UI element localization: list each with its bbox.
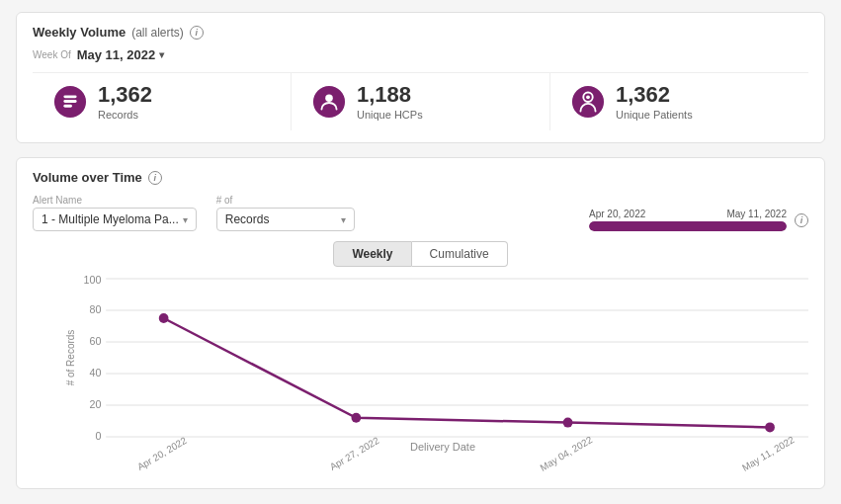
metric-records: 1,362 Records [33, 73, 292, 130]
date-range-container: Apr 20, 2022 May 11, 2022 i [589, 209, 808, 231]
hcps-label: Unique HCPs [357, 109, 423, 121]
svg-text:60: 60 [89, 335, 101, 347]
svg-text:20: 20 [89, 398, 101, 410]
hcp-icon [311, 84, 347, 120]
svg-text:0: 0 [95, 430, 101, 442]
records-value: 1,362 [98, 83, 152, 107]
svg-rect-3 [63, 105, 72, 108]
svg-point-5 [325, 95, 333, 103]
vot-title-text: Volume over Time [33, 170, 142, 185]
svg-text:40: 40 [89, 367, 101, 378]
date-range-top: Apr 20, 2022 May 11, 2022 [589, 209, 787, 219]
main-container: Weekly Volume (all alerts) i Week Of May… [0, 0, 841, 501]
week-selector: Week Of May 11, 2022 ▾ [33, 47, 808, 62]
alert-name-select[interactable]: 1 - Multiple Myeloma Pa... ▾ [33, 208, 197, 231]
date-range-labels: Apr 20, 2022 May 11, 2022 [589, 209, 787, 231]
num-of-chevron-icon: ▾ [341, 214, 346, 225]
metric-unique-hcps: 1,188 Unique HCPs [292, 73, 550, 130]
weekly-volume-title-text: Weekly Volume [33, 25, 126, 40]
chart-svg: 0 20 40 60 80 100 [77, 279, 808, 437]
patient-metric-text: 1,362 Unique Patients [616, 83, 693, 121]
weekly-toggle-btn[interactable]: Weekly [333, 241, 411, 267]
records-metric-text: 1,362 Records [98, 83, 152, 121]
svg-rect-2 [63, 100, 76, 103]
vot-info-icon[interactable]: i [148, 171, 162, 185]
weekly-volume-subtitle: (all alerts) [131, 26, 184, 40]
week-value: May 11, 2022 [77, 47, 156, 62]
alert-name-filter: Alert Name 1 - Multiple Myeloma Pa... ▾ [33, 195, 197, 231]
volume-over-time-card: Volume over Time i Alert Name 1 - Multip… [16, 157, 825, 489]
alert-name-value: 1 - Multiple Myeloma Pa... [42, 212, 179, 226]
svg-text:May 11, 2022: May 11, 2022 [740, 434, 796, 473]
svg-text:May 04, 2022: May 04, 2022 [539, 434, 594, 473]
svg-point-24 [765, 423, 775, 433]
num-of-value: Records [225, 212, 270, 226]
svg-text:100: 100 [83, 274, 101, 286]
metric-unique-patients: 1,362 Unique Patients [550, 73, 808, 130]
date-range-bar[interactable] [589, 221, 787, 231]
chevron-down-icon: ▾ [159, 49, 164, 60]
vot-title: Volume over Time i [33, 170, 808, 185]
svg-rect-1 [63, 95, 76, 98]
svg-text:80: 80 [89, 303, 101, 315]
toggle-row: Weekly Cumulative [33, 241, 808, 267]
weekly-volume-info-icon[interactable]: i [190, 26, 204, 40]
weekly-volume-card: Weekly Volume (all alerts) i Week Of May… [16, 12, 825, 143]
num-of-filter: # of Records ▾ [216, 195, 355, 231]
svg-point-22 [352, 413, 362, 423]
num-of-label: # of [216, 195, 355, 206]
records-icon [52, 84, 88, 120]
svg-point-23 [563, 418, 573, 428]
hcps-value: 1,188 [357, 83, 423, 107]
date-range-start: Apr 20, 2022 [589, 209, 645, 219]
patients-label: Unique Patients [616, 109, 693, 121]
week-dropdown[interactable]: May 11, 2022 ▾ [77, 47, 165, 62]
weekly-volume-title: Weekly Volume (all alerts) i [33, 25, 808, 40]
svg-point-8 [586, 95, 590, 99]
chart-inner: # of Records 0 20 40 60 [77, 279, 808, 437]
alert-name-chevron-icon: ▾ [183, 214, 188, 225]
chart-area: # of Records 0 20 40 60 [33, 279, 808, 476]
alert-name-label: Alert Name [33, 195, 197, 206]
patients-value: 1,362 [616, 83, 693, 107]
y-axis-label: # of Records [65, 330, 76, 386]
hcp-metric-text: 1,188 Unique HCPs [357, 83, 423, 121]
cumulative-toggle-btn[interactable]: Cumulative [412, 241, 508, 267]
date-range-fill [589, 221, 787, 231]
svg-point-21 [159, 313, 169, 323]
metrics-row: 1,362 Records 1,188 Unique HCPs [33, 72, 808, 130]
date-range-end: May 11, 2022 [726, 209, 787, 219]
patient-icon [570, 84, 606, 120]
date-range-info-icon[interactable]: i [795, 213, 808, 227]
week-label: Week Of [33, 49, 71, 60]
records-label: Records [98, 109, 152, 121]
num-of-select[interactable]: Records ▾ [216, 208, 355, 231]
filter-row: Alert Name 1 - Multiple Myeloma Pa... ▾ … [33, 195, 808, 231]
